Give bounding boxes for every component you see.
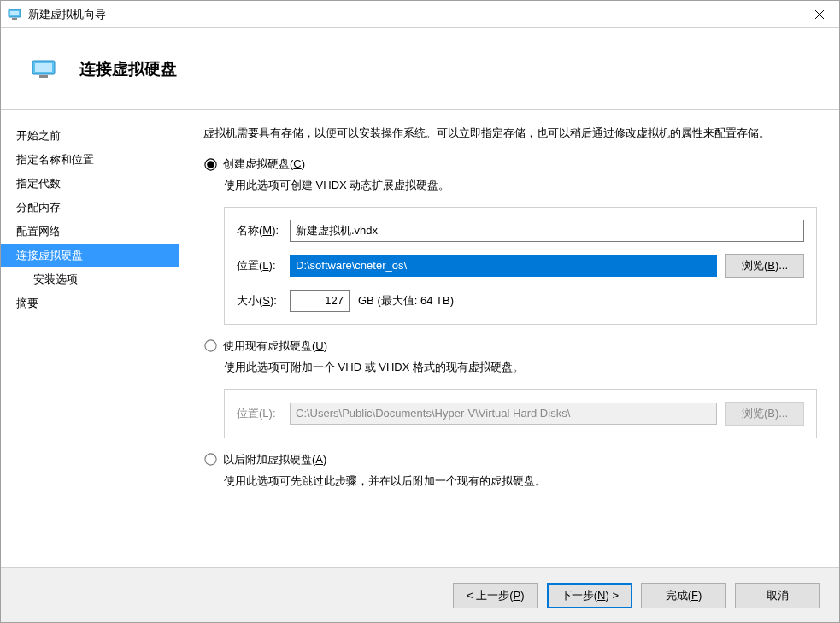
wizard-body: 开始之前指定名称和位置指定代数分配内存配置网络连接虚拟硬盘安装选项摘要 虚拟机需… — [1, 110, 839, 567]
wizard-footer: < 上一步(P) 下一步(N) > 完成(F) 取消 — [1, 567, 839, 622]
radio-create[interactable] — [204, 158, 216, 170]
option-existing[interactable]: 使用现有虚拟硬盘(U) — [203, 338, 820, 354]
wizard-header-icon — [32, 60, 56, 79]
create-fieldset: 名称(M): 位置(L): 浏览(B)... 大小(S): GB (最大值: 6… — [224, 207, 817, 325]
page-title: 连接虚拟硬盘 — [79, 58, 177, 80]
option-create-desc: 使用此选项可创建 VHDX 动态扩展虚拟硬盘。 — [203, 177, 820, 195]
option-existing-desc: 使用此选项可附加一个 VHD 或 VHDX 格式的现有虚拟硬盘。 — [203, 359, 820, 377]
close-button[interactable] — [800, 1, 839, 27]
svg-rect-1 — [10, 11, 19, 15]
sidebar-item-2[interactable]: 指定代数 — [1, 172, 179, 196]
size-input[interactable] — [290, 290, 350, 312]
existing-fieldset: 位置(L): 浏览(B)... — [224, 389, 817, 438]
finish-button[interactable]: 完成(F) — [641, 583, 726, 608]
svg-rect-7 — [39, 75, 48, 78]
existing-browse-button: 浏览(B)... — [725, 402, 804, 426]
intro-text: 虚拟机需要具有存储，以便可以安装操作系统。可以立即指定存储，也可以稍后通过修改虚… — [203, 124, 820, 143]
sidebar-item-4[interactable]: 配置网络 — [1, 220, 179, 244]
size-label: 大小(S): — [237, 293, 290, 309]
next-button[interactable]: 下一步(N) > — [547, 583, 632, 608]
existing-location-input — [290, 403, 717, 425]
name-label: 名称(M): — [237, 223, 290, 238]
titlebar: 新建虚拟机向导 — [1, 1, 839, 28]
prev-button[interactable]: < 上一步(P) — [453, 583, 538, 608]
location-input[interactable] — [290, 255, 717, 277]
browse-button[interactable]: 浏览(B)... — [725, 254, 804, 278]
sidebar-item-5[interactable]: 连接虚拟硬盘 — [1, 244, 179, 267]
option-later-label: 以后附加虚拟硬盘(A) — [223, 452, 326, 467]
location-label: 位置(L): — [237, 258, 290, 273]
radio-later[interactable] — [204, 454, 216, 466]
wizard-sidebar: 开始之前指定名称和位置指定代数分配内存配置网络连接虚拟硬盘安装选项摘要 — [1, 110, 179, 567]
sidebar-item-6[interactable]: 安装选项 — [1, 267, 179, 291]
size-unit-text: GB (最大值: 64 TB) — [358, 293, 454, 309]
sidebar-item-1[interactable]: 指定名称和位置 — [1, 148, 179, 172]
wizard-content: 虚拟机需要具有存储，以便可以安装操作系统。可以立即指定存储，也可以稍后通过修改虚… — [179, 110, 839, 567]
svg-rect-2 — [12, 18, 17, 20]
window-title: 新建虚拟机向导 — [28, 7, 800, 22]
sidebar-item-0[interactable]: 开始之前 — [1, 124, 179, 148]
option-later[interactable]: 以后附加虚拟硬盘(A) — [203, 452, 820, 467]
svg-rect-6 — [35, 63, 52, 72]
sidebar-item-7[interactable]: 摘要 — [1, 291, 179, 315]
existing-location-label: 位置(L): — [237, 406, 290, 421]
radio-existing[interactable] — [204, 340, 216, 352]
option-existing-label: 使用现有虚拟硬盘(U) — [223, 338, 327, 354]
app-icon — [8, 8, 21, 21]
wizard-window: 新建虚拟机向导 连接虚拟硬盘 开始之前指定名称和位置指定代数分配内存配置网络连接… — [0, 0, 840, 623]
wizard-header: 连接虚拟硬盘 — [1, 28, 839, 110]
option-create[interactable]: 创建虚拟硬盘(C) — [203, 156, 820, 172]
option-create-label: 创建虚拟硬盘(C) — [223, 156, 305, 172]
option-later-desc: 使用此选项可先跳过此步骤，并在以后附加一个现有的虚拟硬盘。 — [203, 473, 820, 491]
cancel-button[interactable]: 取消 — [735, 583, 820, 608]
close-icon — [815, 10, 824, 19]
name-input[interactable] — [290, 220, 804, 242]
sidebar-item-3[interactable]: 分配内存 — [1, 196, 179, 220]
